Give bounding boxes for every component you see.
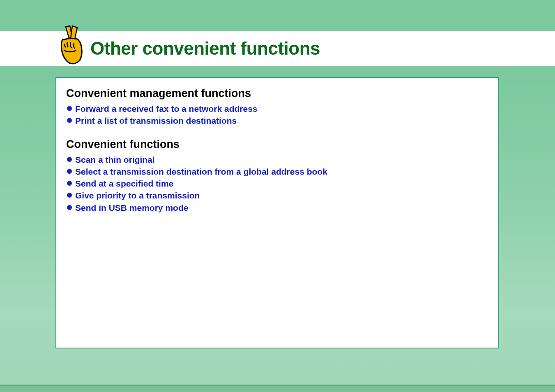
peace-hand-icon [58, 25, 85, 66]
link-forward-fax[interactable]: Forward a received fax to a network addr… [75, 103, 258, 114]
bottom-strip [0, 385, 555, 392]
link-priority-transmission[interactable]: Give priority to a transmission [75, 190, 200, 201]
list-item: Give priority to a transmission [67, 190, 488, 201]
svg-marker-1 [71, 26, 77, 39]
page-title: Other convenient functions [90, 38, 320, 59]
link-usb-memory-mode[interactable]: Send in USB memory mode [75, 202, 188, 213]
content-frame: Convenient management functions Forward … [55, 77, 499, 348]
list-item: Forward a received fax to a network addr… [67, 103, 488, 114]
link-send-specified-time[interactable]: Send at a specified time [75, 178, 173, 189]
section-heading-functions: Convenient functions [66, 138, 488, 151]
bullet-icon [67, 181, 72, 186]
bullet-icon [67, 169, 72, 174]
list-item: Scan a thin original [67, 154, 488, 165]
bullet-icon [67, 118, 72, 123]
bullet-icon [67, 205, 72, 210]
link-print-destinations[interactable]: Print a list of transmission destination… [75, 115, 237, 126]
list-item: Send in USB memory mode [67, 202, 488, 213]
link-list-management: Forward a received fax to a network addr… [67, 103, 488, 127]
list-item: Send at a specified time [67, 178, 488, 189]
title-band: Other convenient functions [0, 31, 555, 66]
link-scan-thin-original[interactable]: Scan a thin original [75, 154, 155, 165]
bullet-icon [67, 157, 72, 162]
list-item: Print a list of transmission destination… [67, 115, 488, 126]
section-heading-management: Convenient management functions [66, 87, 488, 100]
bullet-icon [67, 193, 72, 198]
list-item: Select a transmission destination from a… [67, 166, 488, 177]
link-global-address-book[interactable]: Select a transmission destination from a… [75, 166, 327, 177]
bullet-icon [67, 106, 72, 111]
link-list-functions: Scan a thin original Select a transmissi… [67, 154, 488, 213]
